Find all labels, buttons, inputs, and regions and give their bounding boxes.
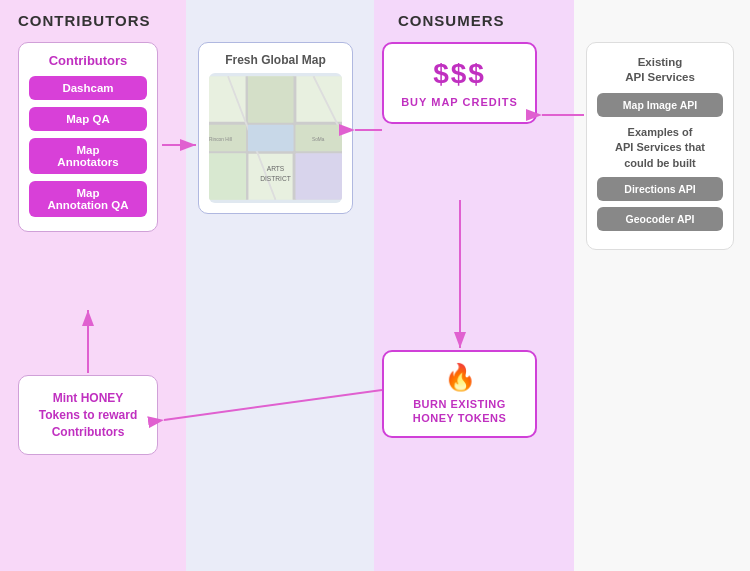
map-box: Fresh Global Map ARTS [198, 42, 353, 214]
burn-label: BURN EXISTINGHONEY TOKENS [394, 397, 525, 426]
map-annotators-button[interactable]: MapAnnotators [29, 138, 147, 174]
buy-credits-label: BUY MAP CREDITS [394, 96, 525, 108]
consumers-label: CONSUMERS [398, 12, 505, 29]
diagram-container: CONTRIBUTORS CONSUMERS Contributors Dash… [0, 0, 750, 571]
mapqa-button[interactable]: Map QA [29, 107, 147, 131]
fire-icon: 🔥 [394, 362, 525, 393]
dashcam-button[interactable]: Dashcam [29, 76, 147, 100]
mint-label: Mint HONEY Tokens to reward Contributors [31, 390, 145, 440]
api-examples-title: Examples ofAPI Services thatcould be bui… [597, 125, 723, 171]
contributors-box: Contributors Dashcam Map QA MapAnnotator… [18, 42, 158, 232]
mint-honey-box: Mint HONEY Tokens to reward Contributors [18, 375, 158, 455]
geocoder-api-button[interactable]: Geocoder API [597, 207, 723, 231]
svg-rect-7 [248, 76, 294, 123]
api-box: ExistingAPI Services Map Image API Examp… [586, 42, 734, 250]
svg-rect-11 [209, 153, 246, 200]
map-annotation-qa-button[interactable]: MapAnnotation QA [29, 181, 147, 217]
map-visual: ARTS DISTRICT Rincon Hill SoMa [209, 73, 342, 203]
contributors-box-title: Contributors [29, 53, 147, 68]
svg-text:Rincon Hill: Rincon Hill [209, 137, 232, 142]
buy-credits-money: $$$ [394, 58, 525, 90]
svg-text:SoMa: SoMa [312, 137, 325, 142]
map-image-api-button[interactable]: Map Image API [597, 93, 723, 117]
svg-text:DISTRICT: DISTRICT [260, 175, 291, 182]
map-box-title: Fresh Global Map [209, 53, 342, 67]
contributors-label: CONTRIBUTORS [18, 12, 151, 29]
svg-rect-10 [248, 125, 294, 152]
directions-api-button[interactable]: Directions API [597, 177, 723, 201]
svg-rect-12 [295, 153, 342, 200]
burn-tokens-box[interactable]: 🔥 BURN EXISTINGHONEY TOKENS [382, 350, 537, 438]
svg-text:ARTS: ARTS [267, 165, 285, 172]
buy-credits-box[interactable]: $$$ BUY MAP CREDITS [382, 42, 537, 124]
api-box-title: ExistingAPI Services [597, 55, 723, 85]
